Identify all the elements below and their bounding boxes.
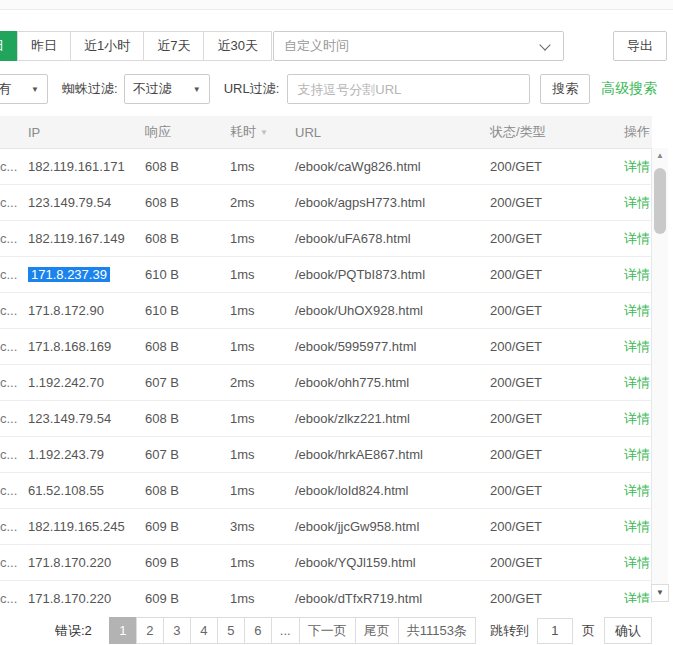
- table-row: c... 171.8.237.39 610 B 1ms /ebook/PQTbI…: [0, 257, 652, 293]
- detail-link[interactable]: 详情: [624, 159, 650, 174]
- log-table: IP 响应 耗时▼ URL 状态/类型 操作 c... 182.119.161.…: [0, 116, 673, 603]
- row-elapsed-time: 1ms: [220, 159, 285, 174]
- page-button-4[interactable]: 4: [190, 617, 218, 644]
- advanced-search-link[interactable]: 高级搜索: [601, 80, 657, 98]
- row-status-type: 200/GET: [480, 159, 610, 174]
- domain-dropdown-value: 所有: [0, 80, 11, 98]
- row-status-type: 200/GET: [480, 411, 610, 426]
- row-lead-text: c...: [0, 447, 18, 462]
- domain-dropdown[interactable]: 所有 ▼: [0, 74, 48, 104]
- row-url: /ebook/dTfxR719.html: [285, 591, 480, 603]
- row-response-size: 609 B: [135, 519, 220, 534]
- page-button-...[interactable]: ...: [271, 617, 300, 644]
- row-status-type: 200/GET: [480, 483, 610, 498]
- detail-link[interactable]: 详情: [624, 519, 650, 534]
- row-url: /ebook/UhOX928.html: [285, 303, 480, 318]
- row-response-size: 607 B: [135, 375, 220, 390]
- detail-link[interactable]: 详情: [624, 231, 650, 246]
- url-filter-input[interactable]: [287, 74, 530, 104]
- detail-link[interactable]: 详情: [624, 483, 650, 498]
- table-row: c... 1.192.242.70 607 B 2ms /ebook/ohh77…: [0, 365, 652, 401]
- detail-link[interactable]: 详情: [624, 411, 650, 426]
- row-lead-text: c...: [0, 195, 18, 210]
- sort-descending-icon: ▼: [260, 128, 268, 137]
- row-response-size: 608 B: [135, 159, 220, 174]
- search-button[interactable]: 搜索: [540, 74, 590, 104]
- row-url: /ebook/jjcGw958.html: [285, 519, 480, 534]
- time-filter-button-0[interactable]: 今日: [0, 31, 18, 61]
- row-status-type: 200/GET: [480, 303, 610, 318]
- row-elapsed-time: 1ms: [220, 447, 285, 462]
- header-elapsed[interactable]: 耗时▼: [220, 123, 285, 141]
- row-status-type: 200/GET: [480, 195, 610, 210]
- spider-filter-dropdown[interactable]: 不过滤 ▼: [124, 74, 210, 104]
- scrollbar-thumb[interactable]: [654, 168, 666, 234]
- row-elapsed-time: 3ms: [220, 519, 285, 534]
- jump-page-input[interactable]: [537, 618, 573, 644]
- custom-time-dropdown[interactable]: 自定义时间: [273, 31, 564, 61]
- scroll-up-icon[interactable]: ▲: [652, 148, 668, 164]
- spider-filter-label: 蜘蛛过滤:: [62, 80, 118, 98]
- next-page-button[interactable]: 下一页: [299, 617, 356, 644]
- row-response-size: 608 B: [135, 231, 220, 246]
- detail-link[interactable]: 详情: [624, 591, 650, 604]
- row-status-type: 200/GET: [480, 591, 610, 603]
- page-button-3[interactable]: 3: [163, 617, 191, 644]
- detail-link[interactable]: 详情: [624, 303, 650, 318]
- table-row: c... 182.119.161.171 608 B 1ms /ebook/ca…: [0, 149, 652, 185]
- time-filter-button-1[interactable]: 昨日: [17, 31, 71, 61]
- detail-link[interactable]: 详情: [624, 339, 650, 354]
- header-status: 状态/类型: [480, 123, 610, 141]
- row-ip: 1.192.243.79: [18, 447, 135, 462]
- page-button-1[interactable]: 1: [109, 617, 137, 644]
- row-status-type: 200/GET: [480, 375, 610, 390]
- page-button-2[interactable]: 2: [136, 617, 164, 644]
- row-elapsed-time: 1ms: [220, 483, 285, 498]
- header-response: 响应: [135, 123, 220, 141]
- error-count-label: 错误:2: [55, 622, 92, 640]
- row-lead-text: c...: [0, 159, 18, 174]
- row-ip: 123.149.79.54: [18, 411, 135, 426]
- detail-link[interactable]: 详情: [624, 195, 650, 210]
- time-filter-button-4[interactable]: 近30天: [203, 31, 271, 61]
- confirm-button[interactable]: 确认: [604, 617, 652, 644]
- row-ip: 182.119.161.171: [18, 159, 135, 174]
- row-lead-text: c...: [0, 591, 18, 603]
- row-lead-text: c...: [0, 231, 18, 246]
- detail-link[interactable]: 详情: [624, 375, 650, 390]
- table-body: c... 182.119.161.171 608 B 1ms /ebook/ca…: [0, 149, 652, 603]
- time-filter-toolbar: 今日昨日近1小时近7天近30天 自定义时间 导出: [0, 31, 673, 61]
- time-filter-button-2[interactable]: 近1小时: [70, 31, 144, 61]
- row-url: /ebook/loId824.html: [285, 483, 480, 498]
- page-button-5[interactable]: 5: [217, 617, 245, 644]
- row-url: /ebook/uFA678.html: [285, 231, 480, 246]
- row-response-size: 609 B: [135, 555, 220, 570]
- row-ip: 171.8.168.169: [18, 339, 135, 354]
- scroll-down-icon[interactable]: ▼: [651, 584, 669, 602]
- detail-link[interactable]: 详情: [624, 267, 650, 282]
- export-button[interactable]: 导出: [613, 31, 667, 61]
- page-unit-label: 页: [582, 622, 595, 640]
- page-button-6[interactable]: 6: [244, 617, 272, 644]
- table-row: c... 171.8.170.220 609 B 1ms /ebook/dTfx…: [0, 581, 652, 603]
- table-row: c... 182.119.165.245 609 B 3ms /ebook/jj…: [0, 509, 652, 545]
- row-elapsed-time: 2ms: [220, 195, 285, 210]
- detail-link[interactable]: 详情: [624, 555, 650, 570]
- row-response-size: 608 B: [135, 411, 220, 426]
- table-header: IP 响应 耗时▼ URL 状态/类型 操作: [0, 116, 652, 149]
- row-ip: 1.192.242.70: [18, 375, 135, 390]
- table-row: c... 1.192.243.79 607 B 1ms /ebook/hrkAE…: [0, 437, 652, 473]
- detail-link[interactable]: 详情: [624, 447, 650, 462]
- chevron-down-icon: [539, 39, 550, 50]
- time-filter-button-3[interactable]: 近7天: [143, 31, 204, 61]
- table-row: c... 171.8.172.90 610 B 1ms /ebook/UhOX9…: [0, 293, 652, 329]
- row-url: /ebook/YQJl159.html: [285, 555, 480, 570]
- header-action: 操作: [610, 123, 652, 141]
- last-page-button[interactable]: 尾页: [355, 617, 399, 644]
- row-ip: 171.8.170.220: [18, 591, 135, 603]
- caret-down-icon: ▼: [183, 85, 201, 94]
- row-response-size: 607 B: [135, 447, 220, 462]
- row-elapsed-time: 1ms: [220, 339, 285, 354]
- row-url: /ebook/ohh775.html: [285, 375, 480, 390]
- vertical-scrollbar[interactable]: ▲ ▼: [652, 148, 668, 602]
